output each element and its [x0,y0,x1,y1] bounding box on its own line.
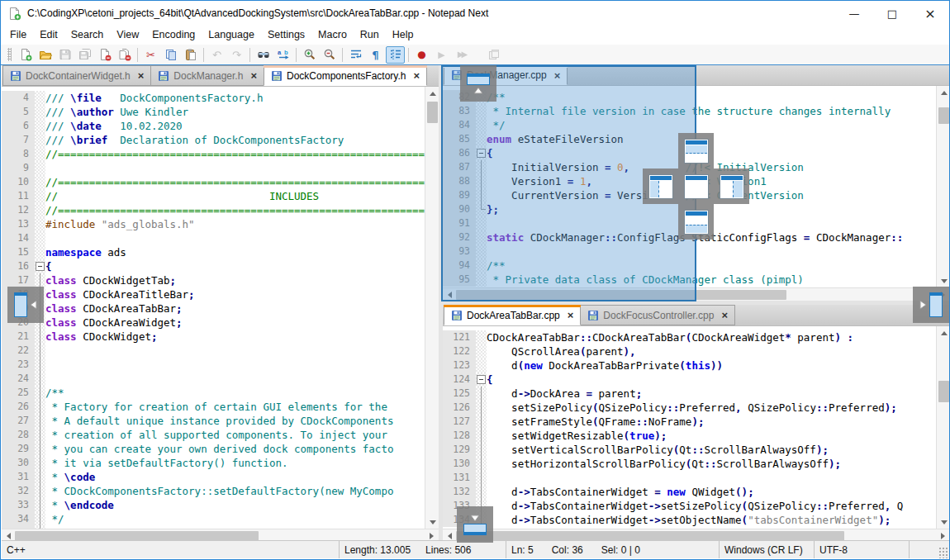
scrollbar-thumb[interactable] [427,102,438,123]
scroll-up-arrow[interactable] [937,86,950,99]
status-eol-format[interactable]: Windows (CR LF) [719,541,814,558]
tab-dockfocuscontroller-cpp[interactable]: DockFocusController.cpp× [580,305,735,325]
code-segment: CDockWidget [77,330,151,343]
code-segment: Declaration of DockComponentsFactory [107,134,344,146]
drop-indicator-right[interactable] [714,168,749,204]
toolbar-grip-handle[interactable] [7,48,12,61]
menu-macro[interactable]: Macro [311,26,354,45]
code-line: 131 [443,471,936,485]
tab-label: DockComponentsFactory.h [287,70,406,82]
tab-close-icon[interactable]: × [721,310,728,320]
show-all-characters-button[interactable]: ¶ [366,46,385,64]
drop-indicator-left[interactable] [643,168,678,204]
scroll-down-arrow[interactable] [937,274,950,287]
scroll-up-arrow[interactable] [425,87,439,100]
fold-margin [476,485,487,499]
minimize-button[interactable]: — [835,1,873,26]
fold-marker[interactable] [36,262,45,271]
line-number: 30 [2,456,35,470]
vertical-scrollbar[interactable] [936,86,950,287]
menu-encoding[interactable]: Encoding [145,26,202,45]
zoom-in-button[interactable] [300,46,319,64]
tab-close-icon[interactable]: × [138,70,145,81]
code-text: * A default unique instance provided by … [45,414,425,428]
code-text [45,372,425,386]
menu-help[interactable]: Help [386,26,420,45]
paste-button[interactable] [181,46,200,64]
menu-settings[interactable]: Settings [261,26,311,45]
code-segment: setObjectName [661,514,742,526]
arrow-right-icon [919,300,927,310]
menu-file[interactable]: File [3,26,33,45]
show-all-characters-icon: ¶ [372,50,378,60]
vertical-scrollbar[interactable] [425,87,439,529]
fold-margin [35,161,45,175]
maximize-button[interactable]: □ [873,1,911,26]
open-file-button[interactable] [36,46,55,64]
editor-dockareatabbar[interactable]: 121CDockAreaTabBar::CDockAreaTabBar(CDoc… [443,326,950,529]
drop-indicator-right-edge[interactable] [913,287,949,323]
code-line: 121CDockAreaTabBar::CDockAreaTabBar(CDoc… [443,330,936,344]
close-button[interactable]: × [911,1,949,26]
drop-indicator-top-edge[interactable] [460,65,496,102]
scroll-down-arrow[interactable] [425,515,439,529]
status-language[interactable]: C++ [2,541,339,558]
close-file-button[interactable] [95,46,114,64]
new-file-button[interactable] [16,46,35,64]
tab-dockcomponentsfactory-h[interactable]: DockComponentsFactory.h× [264,65,427,86]
zoom-out-button[interactable] [320,46,339,64]
scroll-down-arrow[interactable] [937,515,950,529]
copy-button[interactable] [161,46,180,64]
fold-margin [35,456,45,470]
code-line: 30 * it via setDefaultFactory() function… [2,456,425,470]
tab-dockcontainerwidget-h[interactable]: DockContainerWidget.h× [2,65,151,86]
menu-run[interactable]: Run [354,26,386,45]
word-wrap-button[interactable] [346,46,365,64]
code-line: 18class CDockAreaTitleBar; [2,287,425,301]
find-button[interactable] [254,46,273,64]
fold-marker[interactable] [477,375,486,384]
code-segment: * you can create your own derived dock c… [45,443,393,455]
vertical-scrollbar[interactable] [936,326,950,529]
code-segment: TabsContainerWidget [530,486,655,498]
drop-indicator-bottom-edge[interactable] [457,506,493,543]
menu-search[interactable]: Search [64,26,111,45]
replace-button[interactable]: ab [273,46,292,64]
code-text [45,161,425,175]
menu-view[interactable]: View [110,26,145,45]
record-macro-button[interactable]: ● [412,46,431,64]
tab-dockmanager-h[interactable]: DockManager.h× [150,65,264,86]
drop-indicator-left-edge[interactable] [7,287,44,323]
svg-text:a: a [278,49,282,56]
indent-guide-button[interactable] [386,46,405,64]
code-segment: ) : [834,331,853,344]
drop-indicator-center[interactable] [678,168,714,204]
editor-dockcomponentsfactory[interactable]: 4/// \file DockComponentsFactory.h5/// \… [2,87,439,529]
code-segment: // INCLUDES [45,190,319,202]
cut-button[interactable]: ✂ [141,46,160,64]
code-segment: ); [829,458,841,470]
monitor-button [484,46,503,64]
status-encoding[interactable]: UTF-8 [814,541,909,558]
tab-label: DockAreaTabBar.cpp [467,310,560,321]
scroll-up-arrow[interactable] [937,326,950,339]
menu-language[interactable]: Language [202,26,261,45]
undo-icon: ↶ [212,50,221,60]
tab-close-icon[interactable]: × [250,70,257,81]
drop-indicator-bottom[interactable] [678,204,714,240]
drop-indicator-top[interactable] [678,133,714,168]
code-segment: DockAreaTabBarPrivate [543,359,680,372]
close-all-files-button[interactable] [115,46,134,64]
scrollbar-thumb[interactable] [938,107,949,124]
menu-edit[interactable]: Edit [33,26,64,45]
tab-dockareatabbar-cpp[interactable]: DockAreaTabBar.cpp× [444,305,581,325]
code-segment: * Factory for creation of certain GUI el… [45,401,387,413]
code-segment: QSizePolicy [748,401,816,414]
code-line: 17class CDockWidgetTab; [2,273,425,287]
save-icon [59,48,72,61]
resize-grip[interactable] [938,547,950,558]
line-number: 21 [2,330,35,344]
tab-close-icon[interactable]: × [568,310,574,320]
tab-close-icon[interactable]: × [413,70,420,81]
scrollbar-thumb[interactable] [938,381,949,402]
